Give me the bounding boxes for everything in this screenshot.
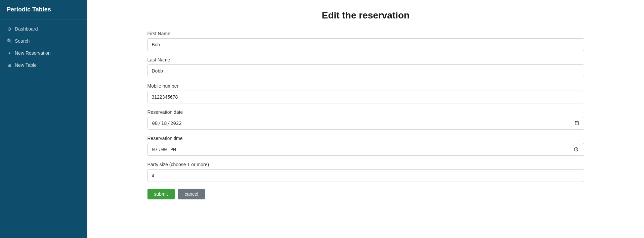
page-title: Edit the reservation [322, 10, 410, 21]
sidebar-item-search[interactable]: 🔍 Search [0, 35, 87, 47]
first-name-label: First Name [147, 31, 584, 36]
sidebar-item-dashboard-label: Dashboard [15, 26, 38, 32]
cancel-button[interactable]: cancel [178, 189, 205, 199]
table-icon: ⊞ [7, 62, 12, 68]
mobile-label: Mobile number [147, 83, 584, 89]
sidebar-title: Periodic Tables [0, 0, 87, 19]
sidebar-item-new-table[interactable]: ⊞ New Table [0, 59, 87, 71]
main-content: Edit the reservation First Name Last Nam… [87, 0, 644, 238]
reservation-time-input[interactable] [147, 143, 584, 156]
mobile-group: Mobile number [147, 83, 584, 103]
dashboard-icon: ⊙ [7, 26, 12, 32]
party-size-label: Party size (choose 1 or more) [147, 162, 584, 167]
sidebar-nav: ⊙ Dashboard 🔍 Search + New Reservation ⊞… [0, 19, 87, 75]
reservation-date-label: Reservation date [147, 109, 584, 115]
last-name-label: Last Name [147, 57, 584, 62]
reservation-date-group: Reservation date [147, 109, 584, 130]
submit-button[interactable]: submit [147, 189, 175, 199]
reservation-time-label: Reservation time [147, 136, 584, 141]
sidebar-item-new-reservation-label: New Reservation [15, 50, 51, 56]
sidebar-item-search-label: Search [15, 38, 30, 44]
sidebar-item-new-table-label: New Table [15, 62, 37, 68]
plus-icon: + [7, 50, 12, 56]
party-size-input[interactable] [147, 169, 584, 182]
sidebar-item-dashboard[interactable]: ⊙ Dashboard [0, 23, 87, 35]
form-actions: submit cancel [147, 189, 584, 199]
sidebar: Periodic Tables ⊙ Dashboard 🔍 Search + N… [0, 0, 87, 238]
search-icon: 🔍 [7, 38, 12, 44]
last-name-group: Last Name [147, 57, 584, 77]
first-name-input[interactable] [147, 38, 584, 51]
reservation-date-input[interactable] [147, 117, 584, 130]
first-name-group: First Name [147, 31, 584, 51]
sidebar-item-new-reservation[interactable]: + New Reservation [0, 47, 87, 59]
reservation-time-group: Reservation time [147, 136, 584, 156]
mobile-input[interactable] [147, 91, 584, 103]
form-container: First Name Last Name Mobile number Reser… [147, 31, 584, 199]
last-name-input[interactable] [147, 64, 584, 77]
party-size-group: Party size (choose 1 or more) [147, 162, 584, 182]
